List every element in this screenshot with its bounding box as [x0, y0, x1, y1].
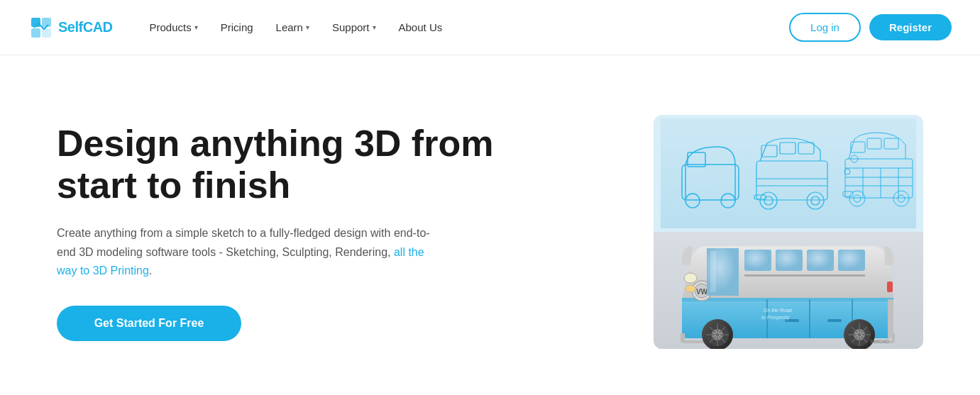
svg-rect-59: [888, 299, 893, 338]
svg-rect-50: [838, 250, 865, 271]
hero-description: Create anything from a simple sketch to …: [57, 224, 440, 280]
svg-point-46: [686, 285, 695, 292]
svg-rect-49: [807, 250, 834, 271]
svg-point-45: [684, 273, 697, 283]
hero-section: Design anything 3D from start to finish …: [0, 55, 980, 394]
hero-illustration: VW: [654, 115, 923, 349]
wireframe-vans-svg: [661, 118, 916, 228]
svg-rect-2: [31, 28, 40, 38]
nav-right: Log in Register: [789, 13, 952, 42]
hero-content: Design anything 3D from start to finish …: [57, 123, 497, 342]
chevron-down-icon: ▾: [373, 23, 376, 31]
svg-text:to Prosperity: to Prosperity: [761, 315, 790, 321]
nav-learn[interactable]: Learn ▾: [268, 16, 318, 39]
nav-about[interactable]: About Us: [390, 16, 451, 39]
rendered-van-svg: VW: [654, 232, 923, 349]
svg-rect-1: [42, 18, 51, 27]
nav-support[interactable]: Support ▾: [324, 16, 385, 39]
navbar: SelfCAD Products ▾ Pricing Learn ▾ Suppo…: [0, 0, 980, 55]
hero-title: Design anything 3D from start to finish: [57, 123, 497, 208]
nav-pricing[interactable]: Pricing: [212, 16, 262, 39]
svg-rect-51: [744, 274, 865, 277]
svg-rect-4: [661, 118, 916, 228]
svg-rect-48: [776, 250, 803, 271]
logo-icon: [28, 15, 54, 40]
svg-rect-47: [744, 250, 771, 271]
svg-text:On the Road: On the Road: [764, 308, 793, 313]
cta-button[interactable]: Get Started For Free: [57, 306, 241, 341]
svg-text:SelfCAD: SelfCAD: [870, 339, 889, 344]
chevron-down-icon: ▾: [194, 23, 198, 31]
nav-links: Products ▾ Pricing Learn ▾ Support ▾ Abo…: [141, 16, 451, 39]
svg-rect-60: [887, 282, 893, 292]
svg-text:VW: VW: [696, 288, 708, 296]
register-button[interactable]: Register: [869, 14, 952, 40]
svg-rect-56: [827, 319, 842, 322]
wireframe-panel: [654, 115, 923, 232]
rendered-van-panel: VW: [654, 232, 923, 349]
login-button[interactable]: Log in: [789, 13, 861, 42]
svg-rect-3: [42, 28, 51, 38]
chevron-down-icon: ▾: [306, 23, 309, 31]
logo[interactable]: SelfCAD: [28, 15, 113, 40]
hero-image: VW: [654, 115, 923, 349]
nav-products[interactable]: Products ▾: [141, 16, 207, 39]
logo-text: SelfCAD: [58, 19, 113, 35]
nav-left: SelfCAD Products ▾ Pricing Learn ▾ Suppo…: [28, 15, 451, 40]
svg-rect-41: [682, 298, 893, 301]
